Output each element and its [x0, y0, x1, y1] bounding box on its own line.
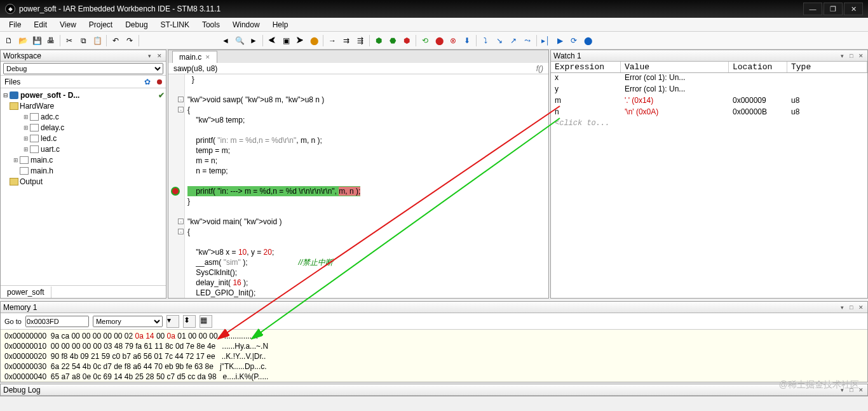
pin-icon[interactable]: ▾	[841, 304, 847, 311]
watch-row[interactable]: xError (col 1): Un...	[551, 73, 867, 84]
breakpoint-icon[interactable]	[171, 187, 180, 196]
maximize-pane-icon[interactable]: □	[850, 53, 856, 59]
memory-title: Memory 1	[3, 303, 37, 312]
tree-node[interactable]: ⊞led.c	[1, 133, 166, 144]
cut-icon[interactable]: ✂	[63, 34, 76, 47]
fx-icon[interactable]: f()	[536, 64, 543, 73]
project-node[interactable]: ⊟power_soft - D... ✔	[1, 90, 166, 100]
pin-icon[interactable]: ▾	[148, 53, 154, 59]
fold-icon[interactable]: -	[178, 97, 184, 102]
menu-window[interactable]: Window	[227, 19, 265, 30]
bookmark-icon[interactable]: ⬤	[308, 34, 320, 47]
config-select[interactable]: Debug	[3, 63, 163, 74]
download-icon[interactable]: ⬇	[461, 34, 473, 47]
menu-tools[interactable]: Tools	[197, 19, 225, 30]
nav-icon[interactable]: ⇉	[340, 34, 353, 47]
nav-fwd-icon[interactable]: ►	[247, 34, 260, 47]
tree-node[interactable]: ⊟HardWare	[1, 100, 166, 111]
title-bar: ◆ power_soft - IAR Embedded Workbench ID…	[0, 0, 868, 18]
find-icon[interactable]: 🔍	[233, 34, 246, 47]
menu-stlink[interactable]: ST-LINK	[156, 19, 194, 30]
maximize-pane-icon[interactable]: □	[850, 304, 856, 311]
pin-icon[interactable]: ▾	[841, 53, 847, 59]
app-icon: ◆	[5, 4, 15, 14]
mem-dropdown-icon[interactable]: ▾	[166, 315, 179, 328]
close-pane-icon[interactable]: ✕	[858, 53, 865, 59]
menu-edit[interactable]: Edit	[29, 19, 52, 30]
tree-node[interactable]: ⊞Output	[1, 176, 166, 187]
step-next-icon[interactable]: ⤳	[521, 34, 534, 47]
file-tree[interactable]: ⊟power_soft - D... ✔ ⊟HardWare⊞adc.c⊞del…	[1, 88, 166, 285]
gear-icon[interactable]: ✿	[144, 77, 151, 86]
menu-help[interactable]: Help	[268, 19, 294, 30]
run-icon[interactable]: ▶	[553, 34, 566, 47]
copy-icon[interactable]: ⧉	[77, 34, 90, 47]
compile-icon[interactable]: ⬢	[372, 34, 385, 47]
editor-tab[interactable]: main.c ✕	[172, 51, 217, 63]
bookmark-prev-icon[interactable]: ⮜	[266, 34, 278, 47]
menu-debug[interactable]: Debug	[120, 19, 153, 30]
save-icon[interactable]: 💾	[31, 34, 43, 47]
close-pane-icon[interactable]: ✕	[157, 53, 163, 59]
watch-row[interactable]: yError (col 1): Un...	[551, 84, 867, 96]
mem-cfg1-icon[interactable]: ⬍	[183, 315, 196, 328]
fold-icon[interactable]: -	[178, 107, 184, 112]
close-tab-icon[interactable]: ✕	[205, 54, 210, 60]
open-icon[interactable]: 📂	[17, 34, 29, 47]
nav-back-icon[interactable]: ◄	[219, 34, 232, 47]
paste-icon[interactable]: 📋	[91, 34, 104, 47]
saveall-icon[interactable]: 🖶	[44, 34, 57, 47]
memory-panel: Memory 1 ▾□✕ Go to Memory ▾ ⬍ ▦ 0x000000…	[0, 301, 868, 382]
watch-row[interactable]: m'.' (0x14)0x000009u8	[551, 96, 867, 107]
watch-add-row[interactable]: <click to...	[551, 119, 867, 128]
watch-headers: Expression Value Location Type	[551, 62, 867, 73]
rebuild-indicator-icon	[157, 79, 162, 84]
step-over-icon[interactable]: ⤵	[479, 34, 492, 47]
tree-node[interactable]: ⊞delay.c	[1, 122, 166, 133]
tree-node[interactable]: ⊞uart.c	[1, 144, 166, 154]
code-area[interactable]: ---- } "kw">void sawp( "kw">u8 m, "kw">u…	[168, 74, 548, 298]
stop-build-icon[interactable]: ⬢	[400, 34, 413, 47]
fold-icon[interactable]: -	[178, 219, 184, 224]
tree-node[interactable]: ⊞main.c	[1, 154, 166, 165]
restart-icon[interactable]: ⟲	[419, 34, 431, 47]
step-into-icon[interactable]: ↘	[493, 34, 506, 47]
breadcrumb[interactable]: sawp(u8, u8)	[173, 64, 217, 73]
bookmark-toggle-icon[interactable]: ▣	[280, 34, 292, 47]
window-title: power_soft - IAR Embedded Workbench IDE …	[19, 4, 220, 13]
tree-node[interactable]: ⊞adc.c	[1, 111, 166, 122]
redo-icon[interactable]: ↷	[123, 34, 136, 47]
memory-dump[interactable]: 0x00000000 9a ca 00 00 00 00 00 02 0a 14…	[1, 330, 867, 382]
reset-icon[interactable]: ⟳	[567, 34, 580, 47]
watch-row[interactable]: n'\n' (0x0A)0x00000Bu8	[551, 107, 867, 119]
memory-space-select[interactable]: Memory	[93, 316, 163, 327]
bookmark-next-icon[interactable]: ⮞	[294, 34, 306, 47]
menu-project[interactable]: Project	[84, 19, 118, 30]
workspace-tab[interactable]: power_soft	[1, 286, 51, 298]
maximize-button[interactable]: ❐	[824, 3, 843, 15]
break-icon[interactable]: ⬤	[433, 34, 445, 47]
close-pane-icon[interactable]: ✕	[858, 304, 865, 311]
menu-view[interactable]: View	[55, 19, 81, 30]
nav2-icon[interactable]: ⇶	[354, 34, 367, 47]
goto-input[interactable]	[25, 316, 89, 327]
close-pane-icon[interactable]: ✕	[858, 387, 865, 393]
toggle-bp-icon[interactable]: ⬤	[581, 34, 594, 47]
new-icon[interactable]: 🗋	[3, 34, 15, 47]
run-to-icon[interactable]: ▸│	[539, 34, 552, 47]
tree-node[interactable]: main.h	[1, 165, 166, 176]
mem-cfg2-icon[interactable]: ▦	[200, 315, 212, 328]
menu-file[interactable]: File	[4, 19, 26, 30]
watch-panel: Watch 1 ▾□✕ Expression Value Location Ty…	[550, 50, 868, 299]
stop-icon[interactable]: ⊗	[447, 34, 459, 47]
goto-def-icon[interactable]: →	[326, 34, 339, 47]
undo-icon[interactable]: ↶	[109, 34, 122, 47]
close-button[interactable]: ✕	[844, 3, 863, 15]
files-column: Files	[4, 77, 20, 86]
minimize-button[interactable]: —	[803, 3, 822, 15]
editor-panel: main.c ✕ sawp(u8, u8) f() ---- } "kw">vo…	[168, 50, 549, 299]
toolbar: 🗋 📂 💾 🖶 ✂ ⧉ 📋 ↶ ↷ ◄ 🔍 ► ⮜ ▣ ⮞ ⬤ → ⇉ ⇶ ⬢ …	[0, 32, 868, 50]
step-out-icon[interactable]: ↗	[507, 34, 520, 47]
make-icon[interactable]: ⬣	[386, 34, 399, 47]
fold-icon[interactable]: -	[178, 229, 184, 234]
